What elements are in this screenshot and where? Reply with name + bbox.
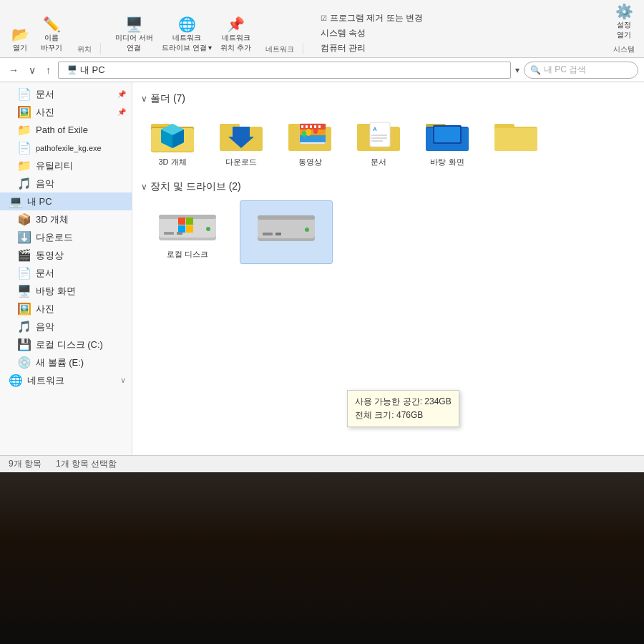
sidebar-item-music2[interactable]: 🎵 음악 xyxy=(0,318,132,336)
drive-e-icon xyxy=(254,205,318,247)
media-server-button[interactable]: 🖥️ 미디어 서버연결 xyxy=(112,16,156,54)
sidebar-item-label: 로컬 디스크 (C:) xyxy=(36,338,103,351)
search-box[interactable]: 🔍 내 PC 검색 xyxy=(524,62,638,79)
svg-rect-22 xyxy=(314,125,316,128)
network-location-button[interactable]: 📌 네트워크위치 추가 xyxy=(218,16,254,54)
sidebar-item-label: 바탕 화면 xyxy=(36,285,76,298)
pin-icon: 📌 xyxy=(117,90,126,98)
sidebar-item-label: 3D 개체 xyxy=(36,213,69,226)
folder-item-extra[interactable] xyxy=(484,112,547,172)
sidebar-item-label: 음악 xyxy=(36,177,54,190)
folder-desktop-label: 바탕 화면 xyxy=(430,157,464,167)
checkbox-icon: ☑ xyxy=(321,14,327,22)
svg-point-50 xyxy=(206,227,210,231)
items-count: 9개 항목 xyxy=(9,458,42,470)
computer-manage-item[interactable]: 컴퓨터 관리 xyxy=(321,42,423,54)
svg-rect-21 xyxy=(310,125,312,128)
drives-section-header: ∨ 장치 및 드라이브 (2) xyxy=(141,180,635,193)
sidebar-item-3d[interactable]: 📦 3D 개체 xyxy=(0,210,132,228)
content-area: ∨ 폴더 (7) xyxy=(132,82,644,455)
photos-icon: 🖼️ xyxy=(17,105,31,119)
pictures-icon: 🖼️ xyxy=(17,302,31,316)
media-icon: 🖥️ xyxy=(125,17,143,31)
netloc-label: 네트워크위치 추가 xyxy=(220,33,251,53)
sidebar-item-utility[interactable]: 📁 유틸리티 xyxy=(0,157,132,175)
drive-item-e[interactable] xyxy=(240,200,333,264)
folder-3d-label: 3D 개체 xyxy=(158,157,186,167)
docs2-icon: 📄 xyxy=(17,266,31,280)
rename-button[interactable]: ✏️ 이름바꾸기 xyxy=(37,16,66,54)
sidebar-item-label: 사진 xyxy=(36,303,54,316)
sidebar-item-network[interactable]: 🌐 네트워크 ∨ xyxy=(0,371,132,389)
path-mypc: 내 PC xyxy=(80,64,105,77)
sidebar-item-pictures[interactable]: 🖼️ 사진 xyxy=(0,300,132,318)
back-button[interactable]: → xyxy=(6,63,21,77)
up-button[interactable]: ↑ xyxy=(43,63,54,77)
search-icon: 🔍 xyxy=(530,65,541,75)
drives-chevron: ∨ xyxy=(141,182,147,192)
sidebar-item-label: 음악 xyxy=(36,321,54,333)
sidebar-item-poe-exe[interactable]: 📄 pathofexile_kg.exe xyxy=(0,139,132,157)
settings-button[interactable]: ⚙️ 설정열기 xyxy=(610,3,638,42)
network-drive-button[interactable]: 🌐 네트워크드라이브 연결 ▾ xyxy=(159,16,215,54)
folder-item-desktop[interactable]: 바탕 화면 xyxy=(416,112,479,172)
address-path[interactable]: 🖥️ 내 PC xyxy=(58,62,511,79)
folder-item-docs[interactable]: A 문서 xyxy=(347,112,410,172)
sidebar-item-desktop[interactable]: 🖥️ 바탕 화면 xyxy=(0,282,132,300)
music2-icon: 🎵 xyxy=(17,320,31,333)
sidebar-item-label: 유틸리티 xyxy=(36,160,73,172)
main-layout: 📄 문서 📌 🖼️ 사진 📌 📁 Path of Exile 📄 pathofe… xyxy=(0,82,644,455)
toolbar-group-network: 네트워크 xyxy=(265,43,303,54)
network-buttons: 🖥️ 미디어 서버연결 🌐 네트워크드라이브 연결 ▾ 📌 네트워크위치 추가 xyxy=(112,16,254,54)
svg-rect-20 xyxy=(306,125,308,128)
svg-rect-48 xyxy=(178,225,185,233)
program-remove-item[interactable]: ☑ 프로그램 제거 또는 변경 xyxy=(321,12,423,24)
system-menu-panel: ☑ 프로그램 제거 또는 변경 시스템 속성 컴퓨터 관리 xyxy=(315,12,423,54)
search-expand-button[interactable]: ▾ xyxy=(515,65,519,75)
drive-grid: 로컬 디스크 xyxy=(141,200,635,264)
drives-section-title: 장치 및 드라이브 (2) xyxy=(150,180,241,193)
netdrive-icon: 🌐 xyxy=(178,17,196,31)
sidebar-item-label: Path of Exile xyxy=(36,125,88,135)
svg-rect-52 xyxy=(177,232,182,235)
folder-desktop-icon xyxy=(424,117,470,154)
forward-button[interactable]: ∨ xyxy=(26,63,39,77)
svg-rect-49 xyxy=(186,225,193,233)
drive-c-label: 로컬 디스크 xyxy=(167,249,208,260)
folder-grid: 3D 개체 다 xyxy=(141,112,635,172)
media-label: 미디어 서버연결 xyxy=(115,33,153,53)
toolbar: 📂 열기 ✏️ 이름바꾸기 위치 🖥️ 미디어 서버연결 🌐 네트워크드라이브 … xyxy=(0,0,644,58)
folder-item-3d[interactable]: 3D 개체 xyxy=(141,112,204,172)
docs-icon: 📄 xyxy=(17,87,31,101)
sidebar-item-vol-e[interactable]: 💿 새 볼륨 (E:) xyxy=(0,353,132,371)
folder-docs-label: 문서 xyxy=(371,157,386,167)
sidebar-item-local-c[interactable]: 💾 로컬 디스크 (C:) xyxy=(0,336,132,353)
settings-icon: ⚙️ xyxy=(615,4,633,19)
sidebar-item-download[interactable]: ⬇️ 다운로드 xyxy=(0,228,132,246)
folder-download-icon xyxy=(218,117,264,154)
sidebar-item-photos[interactable]: 🖼️ 사진 📌 xyxy=(0,103,132,121)
download-icon: ⬇️ xyxy=(17,230,31,244)
sidebar-item-mypc[interactable]: 💻 내 PC xyxy=(0,192,132,210)
sidebar-item-docs[interactable]: 📄 문서 📌 xyxy=(0,85,132,103)
selected-count: 1개 항목 선택함 xyxy=(56,458,117,470)
sidebar-item-documents2[interactable]: 📄 문서 xyxy=(0,264,132,282)
sidebar-item-path-of-exile[interactable]: 📁 Path of Exile xyxy=(0,121,132,139)
desktop-icon: 🖥️ xyxy=(17,284,31,298)
sidebar-item-label: 내 PC xyxy=(27,195,52,208)
tooltip-line2: 전체 크기: 476GB xyxy=(355,409,452,422)
svg-rect-58 xyxy=(275,233,281,235)
folder-videos-icon xyxy=(287,117,333,154)
svg-rect-19 xyxy=(301,125,303,128)
netloc-icon: 📌 xyxy=(227,17,245,31)
svg-rect-23 xyxy=(318,125,321,128)
folder-item-download[interactable]: 다운로드 xyxy=(210,112,273,172)
sidebar-item-music[interactable]: 🎵 음악 xyxy=(0,175,132,192)
open-button[interactable]: 📂 열기 xyxy=(6,26,34,54)
folder-item-videos[interactable]: 동영상 xyxy=(278,112,341,172)
sidebar-item-videos[interactable]: 🎬 동영상 xyxy=(0,246,132,264)
svg-rect-55 xyxy=(258,215,315,220)
svg-rect-47 xyxy=(186,218,193,225)
drive-item-c[interactable]: 로컬 디스크 xyxy=(141,200,234,264)
system-properties-item[interactable]: 시스템 속성 xyxy=(321,27,423,39)
